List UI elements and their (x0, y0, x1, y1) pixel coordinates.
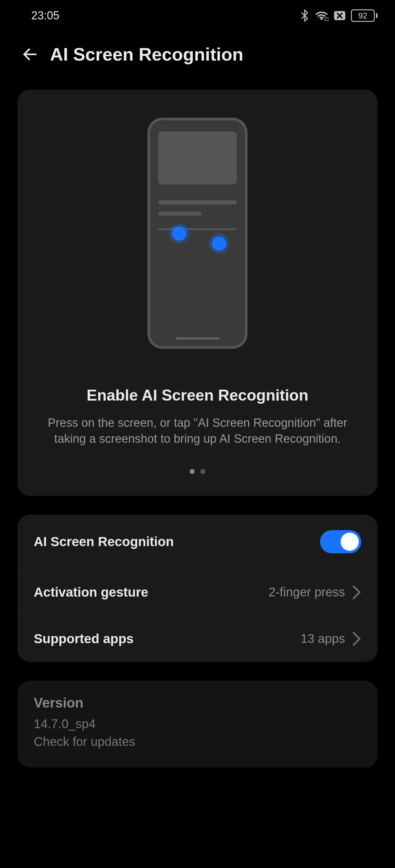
hero-description: Press on the screen, or tap "AI Screen R… (36, 415, 359, 447)
back-arrow-icon[interactable] (21, 45, 39, 63)
page-title: AI Screen Recognition (50, 44, 244, 65)
version-card[interactable]: Version 14.7.0_sp4 Check for updates (18, 681, 377, 768)
row-value: 2-finger press (269, 585, 345, 599)
touch-dot-icon (172, 226, 186, 241)
row-label: AI Screen Recognition (34, 534, 174, 549)
phone-illustration (147, 118, 248, 349)
battery-indicator: 92 (351, 9, 377, 22)
ai-screen-recognition-toggle-row[interactable]: AI Screen Recognition (18, 515, 377, 569)
status-icons: 92 (300, 9, 377, 22)
toggle-switch[interactable] (320, 530, 361, 553)
hero-title: Enable AI Screen Recognition (36, 386, 359, 404)
pager-dot[interactable] (200, 469, 205, 474)
status-bar: 23:05 92 (0, 0, 395, 31)
settings-card: AI Screen Recognition Activation gesture… (18, 515, 377, 662)
svg-rect-0 (325, 18, 329, 21)
chevron-right-icon (352, 585, 361, 600)
row-value: 13 apps (301, 632, 345, 646)
pager-dot[interactable] (190, 469, 195, 474)
version-title: Version (34, 695, 361, 711)
data-x-icon (334, 11, 345, 20)
chevron-right-icon (352, 631, 361, 646)
row-label: Activation gesture (34, 585, 148, 600)
activation-gesture-row[interactable]: Activation gesture 2-finger press (18, 569, 377, 616)
carousel-pager[interactable] (36, 469, 359, 474)
check-for-updates[interactable]: Check for updates (34, 735, 361, 749)
bluetooth-icon (300, 9, 309, 22)
wifi-icon (315, 10, 329, 21)
status-time: 23:05 (31, 9, 59, 22)
page-header: AI Screen Recognition (0, 31, 395, 90)
version-number: 14.7.0_sp4 (34, 717, 361, 731)
supported-apps-row[interactable]: Supported apps 13 apps (18, 616, 377, 662)
row-label: Supported apps (34, 631, 134, 646)
battery-level: 92 (359, 11, 367, 21)
touch-dot-icon (212, 236, 226, 251)
hero-card: Enable AI Screen Recognition Press on th… (18, 90, 377, 496)
